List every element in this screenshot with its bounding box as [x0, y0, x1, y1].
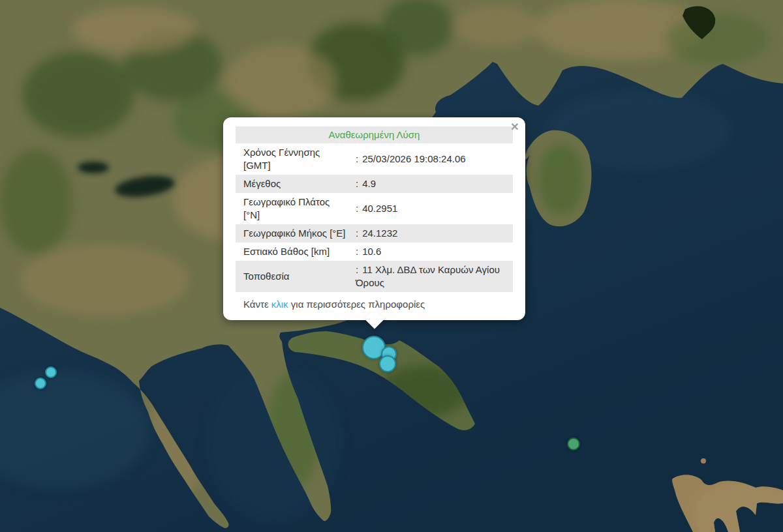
latitude-value: 40.2951 — [362, 203, 397, 214]
row-value: :10.6 — [356, 244, 513, 259]
colon-separator: : — [356, 203, 358, 214]
location-value: 11 Χλμ. ΔΒΔ των Καρυών Αγίου Όρους — [356, 264, 500, 288]
row-value: :4.9 — [356, 176, 513, 192]
footer-text-after: για περισσότερες πληροφορίες — [291, 299, 425, 310]
table-row-depth: Εστιακό Βάθος [km] :10.6 — [236, 243, 513, 261]
origin-time-value: 25/03/2026 19:08:24.06 — [362, 153, 465, 164]
row-label: Γεωγραφικό Πλάτος [°N] — [236, 194, 356, 223]
row-label: Μέγεθος — [236, 176, 356, 192]
earthquake-marker[interactable] — [379, 355, 396, 372]
more-info-link[interactable]: κλικ — [271, 299, 288, 310]
colon-separator: : — [356, 178, 358, 189]
close-icon[interactable]: × — [511, 119, 519, 133]
colon-separator: : — [356, 246, 358, 257]
earthquake-marker[interactable] — [45, 366, 57, 378]
footer-text-before: Κάντε — [243, 299, 269, 310]
popup-title: Αναθεωρημένη Λύση — [236, 126, 513, 143]
magnitude-value: 4.9 — [362, 178, 376, 189]
longitude-value: 24.1232 — [362, 228, 397, 239]
row-value: :25/03/2026 19:08:24.06 — [356, 151, 513, 167]
row-label: Χρόνος Γέννησης [GMT] — [236, 145, 356, 173]
earthquake-marker-green[interactable] — [567, 437, 580, 451]
row-label: Τοποθεσία — [236, 269, 356, 284]
row-label: Γεωγραφικό Μήκος [°E] — [236, 226, 356, 241]
colon-separator: : — [356, 264, 358, 275]
colon-separator: : — [356, 153, 358, 164]
table-row-latitude: Γεωγραφικό Πλάτος [°N] :40.2951 — [236, 193, 513, 224]
table-row-origin-time: Χρόνος Γέννησης [GMT] :25/03/2026 19:08:… — [236, 143, 513, 175]
popup-footer: Κάντε κλικ για περισσότερες πληροφορίες — [236, 298, 513, 312]
row-value: :24.1232 — [356, 226, 513, 241]
colon-separator: : — [356, 228, 358, 239]
lake-koronia — [78, 162, 109, 173]
earthquake-popup: × Αναθεωρημένη Λύση Χρόνος Γέννησης [GMT… — [223, 117, 525, 320]
depth-value: 10.6 — [362, 246, 381, 257]
earthquake-marker[interactable] — [35, 377, 46, 389]
row-value: :11 Χλμ. ΔΒΔ των Καρυών Αγίου Όρους — [356, 262, 513, 291]
table-row-longitude: Γεωγραφικό Μήκος [°E] :24.1232 — [236, 224, 513, 243]
table-row-location: Τοποθεσία :11 Χλμ. ΔΒΔ των Καρυών Αγίου … — [236, 261, 513, 292]
row-value: :40.2951 — [356, 201, 513, 216]
row-label: Εστιακό Βάθος [km] — [236, 244, 356, 259]
small-islet — [701, 458, 706, 464]
popup-content: Αναθεωρημένη Λύση Χρόνος Γέννησης [GMT] … — [236, 126, 513, 312]
table-row-magnitude: Μέγεθος :4.9 — [236, 175, 513, 193]
